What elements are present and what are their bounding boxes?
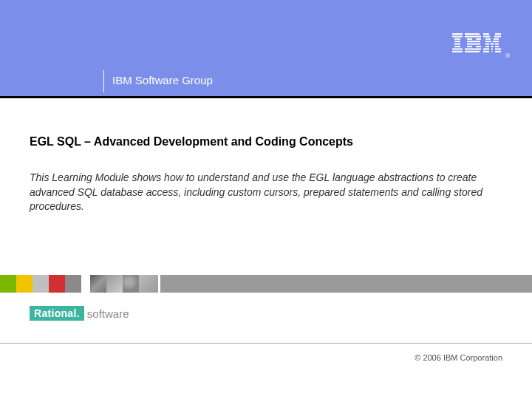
svg-rect-30 xyxy=(491,46,494,47)
svg-rect-37 xyxy=(495,51,501,52)
svg-rect-28 xyxy=(495,44,499,45)
header-divider xyxy=(103,70,104,92)
page-description: This Learning Module shows how to unders… xyxy=(30,171,488,214)
software-label: software xyxy=(87,307,129,320)
svg-rect-17 xyxy=(465,51,480,52)
copyright-text: © 2006 IBM Corporation xyxy=(415,353,502,362)
svg-rect-8 xyxy=(465,33,480,35)
svg-rect-15 xyxy=(476,46,481,47)
svg-rect-23 xyxy=(494,38,499,40)
page-title: EGL SQL – Advanced Development and Codin… xyxy=(30,135,502,149)
svg-rect-12 xyxy=(467,41,480,42)
svg-rect-6 xyxy=(452,48,463,50)
svg-rect-35 xyxy=(483,51,489,52)
svg-rect-33 xyxy=(491,48,493,50)
svg-rect-16 xyxy=(465,48,481,50)
svg-rect-19 xyxy=(495,33,501,35)
svg-rect-21 xyxy=(494,35,501,37)
rational-software-brand: Rational. software xyxy=(30,306,129,321)
header-banner: ® IBM Software Group xyxy=(0,0,532,96)
svg-rect-3 xyxy=(454,41,460,42)
svg-rect-29 xyxy=(485,46,489,47)
svg-rect-0 xyxy=(452,33,463,35)
svg-rect-22 xyxy=(485,38,491,40)
svg-rect-5 xyxy=(454,46,460,47)
svg-rect-10 xyxy=(467,38,472,40)
svg-rect-26 xyxy=(485,44,489,45)
svg-rect-14 xyxy=(467,46,472,47)
rational-label: Rational. xyxy=(30,306,84,321)
svg-rect-2 xyxy=(454,38,460,40)
svg-rect-36 xyxy=(492,51,493,52)
svg-rect-20 xyxy=(483,35,490,37)
footer-divider xyxy=(0,343,532,344)
decorative-strip xyxy=(0,275,532,293)
svg-rect-27 xyxy=(491,44,494,45)
svg-rect-13 xyxy=(467,44,480,45)
svg-rect-7 xyxy=(452,51,463,52)
content-area: EGL SQL – Advanced Development and Codin… xyxy=(0,98,532,229)
header-subtitle: IBM Software Group xyxy=(112,74,213,86)
svg-rect-32 xyxy=(483,48,489,50)
svg-rect-34 xyxy=(495,48,501,50)
svg-rect-31 xyxy=(495,46,499,47)
svg-rect-9 xyxy=(465,35,481,37)
svg-rect-11 xyxy=(476,38,481,40)
svg-rect-4 xyxy=(454,44,460,45)
svg-rect-24 xyxy=(485,41,491,42)
svg-rect-18 xyxy=(483,33,489,35)
svg-rect-1 xyxy=(452,35,463,37)
svg-rect-25 xyxy=(493,41,499,42)
ibm-logo: ® xyxy=(452,33,502,55)
